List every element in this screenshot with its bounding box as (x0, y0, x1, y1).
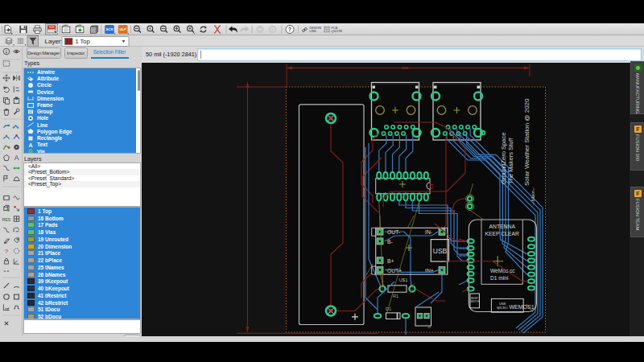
svg-text:R1: R1 (393, 294, 398, 298)
svg-text:1 Top: 1 Top (76, 38, 90, 45)
svg-text:QUOTE: QUOTE (332, 30, 343, 33)
svg-text:IC1: IC1 (430, 183, 434, 190)
svg-text:A: A (28, 142, 32, 147)
svg-text:A: A (14, 154, 19, 162)
svg-text:LINK: LINK (310, 30, 317, 33)
svg-text:GroundZero Space: GroundZero Space (500, 132, 507, 184)
svg-text:MICRO: MICRO (497, 306, 507, 310)
svg-text:OUT-: OUT- (387, 229, 400, 235)
svg-text:The Makers Stuff: The Makers Stuff (507, 137, 514, 184)
svg-text:SCR: SCR (106, 27, 114, 31)
svg-text:→Main←: →Main← (530, 186, 535, 206)
svg-text:SCH: SCH (49, 26, 55, 29)
svg-text:SWITCH: SWITCH (470, 300, 479, 303)
svg-text:RES: RES (2, 217, 11, 222)
svg-text:U$1: U$1 (398, 278, 408, 282)
svg-text:USB: USB (433, 247, 448, 255)
svg-text:ANTENNA: ANTENNA (489, 224, 515, 229)
svg-text:D1 mini: D1 mini (490, 275, 509, 281)
svg-text:3200: 3200 (402, 67, 408, 70)
svg-text:B+: B+ (387, 258, 394, 264)
svg-text:IN-: IN- (425, 229, 432, 235)
svg-text:Layer:: Layer: (45, 38, 63, 45)
svg-text:KEEP CLEAR: KEEP CLEAR (485, 231, 519, 237)
svg-text:?: ? (5, 248, 9, 255)
svg-text:Solar Weather Station @ 2020: Solar Weather Station @ 2020 (523, 98, 530, 186)
svg-text:ULP: ULP (120, 27, 127, 31)
svg-text:?: ? (288, 27, 291, 32)
svg-text:WeMos.cc: WeMos.cc (490, 268, 515, 274)
